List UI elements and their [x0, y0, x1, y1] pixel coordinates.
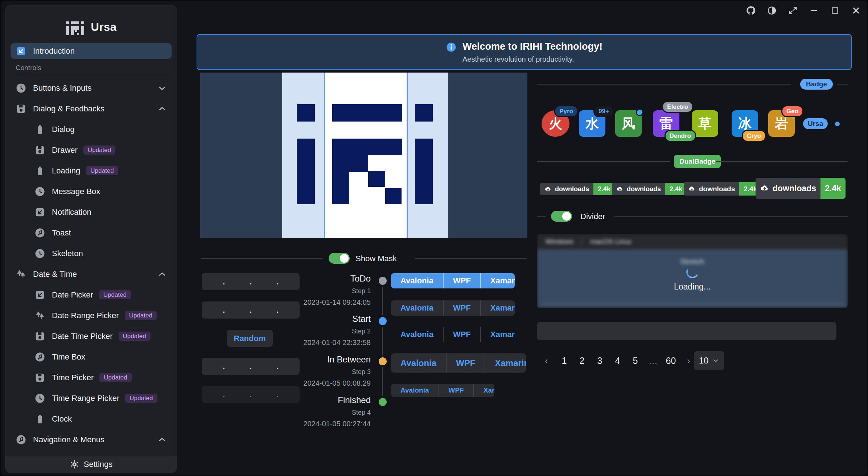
sidebar-item-date-time-picker[interactable]: Date Time PickerUpdated	[11, 328, 172, 344]
sidebar-item-dialog[interactable]: Dialog	[11, 122, 172, 137]
page-size-dropdown[interactable]: 10	[694, 351, 724, 370]
sidebar-item-navigation-menus[interactable]: Navigation & Menus	[11, 432, 172, 447]
page-60[interactable]: 60	[662, 356, 680, 366]
sidebar-item-date-time[interactable]: Date & Time	[11, 266, 172, 282]
updated-badge: Updated	[125, 394, 157, 403]
sidebar-item-label: Dialog & Feedbacks	[33, 104, 104, 114]
step-title: ToDo	[200, 274, 371, 284]
button-group-1: AvaloniaWPFXamarin	[391, 273, 515, 288]
step-start: Start Step 2 2024-01-04 22:32:58	[200, 314, 371, 347]
battery-icon	[34, 414, 45, 424]
sidebar-item-time-range-picker[interactable]: Time Range PickerUpdated	[11, 390, 172, 406]
avalonia-button[interactable]: Avalonia	[391, 353, 446, 373]
sidebar-item-time-box[interactable]: Time Box	[11, 349, 172, 365]
chevron-up-icon	[158, 270, 166, 279]
dual-badge-label: downloads	[684, 182, 739, 196]
titlebar	[745, 5, 861, 16]
pagination-prev[interactable]: ‹	[538, 356, 555, 366]
tile-glyph: 岩	[775, 115, 788, 133]
avalonia-button[interactable]: Avalonia	[391, 327, 443, 342]
sidebar-item-date-picker[interactable]: Date PickerUpdated	[11, 287, 172, 303]
sidebar-item-time-picker[interactable]: Time PickerUpdated	[11, 370, 172, 385]
sidebar-item-message-box[interactable]: Message Box	[11, 184, 172, 199]
sidebar-item-label: Time Box	[52, 352, 85, 362]
corner-badge: Cryo	[742, 130, 766, 142]
tab-windows[interactable]: Windows	[546, 238, 573, 246]
clock-icon	[16, 83, 26, 94]
sidebar-item-label: Date Picker	[52, 290, 93, 300]
xamarin-button[interactable]: Xamarin	[485, 353, 526, 373]
xamarin-button[interactable]: Xamarin	[473, 384, 494, 397]
wpf-button[interactable]: WPF	[446, 353, 485, 373]
page-1[interactable]: 1	[555, 356, 573, 366]
trees-icon	[34, 310, 45, 321]
wpf-button[interactable]: WPF	[443, 300, 480, 316]
show-mask-toggle[interactable]	[329, 253, 350, 264]
avalonia-button[interactable]: Avalonia	[391, 384, 439, 397]
sidebar-item-date-range-picker[interactable]: Date Range PickerUpdated	[11, 308, 172, 323]
tile-glyph: 火	[549, 115, 562, 133]
chevron-up-icon	[158, 435, 166, 444]
arrow-box-icon	[16, 46, 26, 57]
expand-icon	[788, 5, 798, 16]
badge-section-pill: Badge	[800, 79, 833, 90]
page-3[interactable]: 3	[591, 356, 609, 366]
close-button[interactable]	[851, 5, 861, 16]
wpf-button[interactable]: WPF	[443, 273, 480, 288]
xamarin-button[interactable]: Xamarin	[480, 327, 515, 342]
avalonia-button[interactable]: Avalonia	[391, 300, 443, 316]
note-icon	[34, 227, 45, 238]
settings-button[interactable]: Settings	[5, 456, 177, 473]
tab-macos-linux[interactable]: macOS Linux	[590, 238, 632, 246]
corner-badge: Geo	[781, 105, 803, 117]
xamarin-button[interactable]: Xamarin	[480, 300, 515, 316]
updated-badge: Updated	[99, 373, 131, 382]
toggle-knob	[562, 212, 571, 221]
maximize-button[interactable]	[830, 5, 840, 16]
sidebar-item-skeleton[interactable]: Skeleton	[11, 246, 172, 261]
step-timestamp: 2024-01-04 22:32:58	[200, 338, 371, 347]
clock-icon	[34, 393, 45, 404]
github-button[interactable]	[745, 5, 756, 16]
page-5[interactable]: 5	[626, 356, 644, 366]
sidebar-item-drawer[interactable]: DrawerUpdated	[11, 142, 172, 158]
tile-glyph: 风	[622, 115, 635, 133]
chevron-up-icon	[158, 104, 166, 113]
cloud-download-icon	[688, 185, 696, 193]
button-group-2: AvaloniaWPFXamarin	[391, 300, 515, 316]
step-subtitle: Step 1	[200, 287, 371, 295]
sidebar-item-notification[interactable]: Notification	[11, 204, 172, 220]
divider-demo-label: Divider	[580, 212, 605, 221]
button-group-3: AvaloniaWPFXamarin	[391, 327, 515, 342]
cloud-download-icon	[544, 185, 552, 193]
sidebar-item-introduction[interactable]: Introduction	[11, 43, 172, 59]
corner-badge: 99+	[593, 105, 614, 117]
page-4[interactable]: 4	[609, 356, 626, 366]
sidebar-item-buttons-inputs[interactable]: Buttons & Inputs	[11, 80, 172, 96]
theme-toggle-button[interactable]	[766, 5, 777, 16]
github-icon	[746, 5, 756, 16]
dual-badge-label: downloads	[540, 183, 593, 195]
tab-separator	[581, 238, 582, 246]
divider-line	[537, 216, 546, 217]
xamarin-button[interactable]: Xamarin	[480, 273, 515, 288]
expand-button[interactable]	[787, 5, 798, 16]
text-input[interactable]	[537, 322, 836, 340]
dual-badge-label: downloads	[756, 178, 820, 199]
page-2[interactable]: 2	[573, 356, 591, 366]
minimize-button[interactable]	[809, 5, 819, 16]
show-mask-label: Show Mask	[355, 254, 397, 263]
wpf-button[interactable]: WPF	[443, 327, 480, 342]
sidebar-item-loading[interactable]: LoadingUpdated	[11, 163, 172, 178]
sidebar-item-dialog-feedbacks[interactable]: Dialog & Feedbacks	[11, 101, 172, 116]
timebox-dot: .	[223, 305, 225, 315]
settings-label: Settings	[84, 460, 113, 469]
note-icon	[34, 352, 45, 362]
sidebar-item-clock[interactable]: Clock	[11, 411, 172, 427]
irihi-logo-image	[200, 73, 527, 238]
sidebar-item-toast[interactable]: Toast	[11, 225, 172, 241]
divider-toggle[interactable]	[551, 211, 572, 222]
avalonia-button[interactable]: Avalonia	[391, 273, 443, 288]
wpf-button[interactable]: WPF	[439, 384, 473, 397]
sidebar-header: Ursa	[5, 5, 177, 44]
